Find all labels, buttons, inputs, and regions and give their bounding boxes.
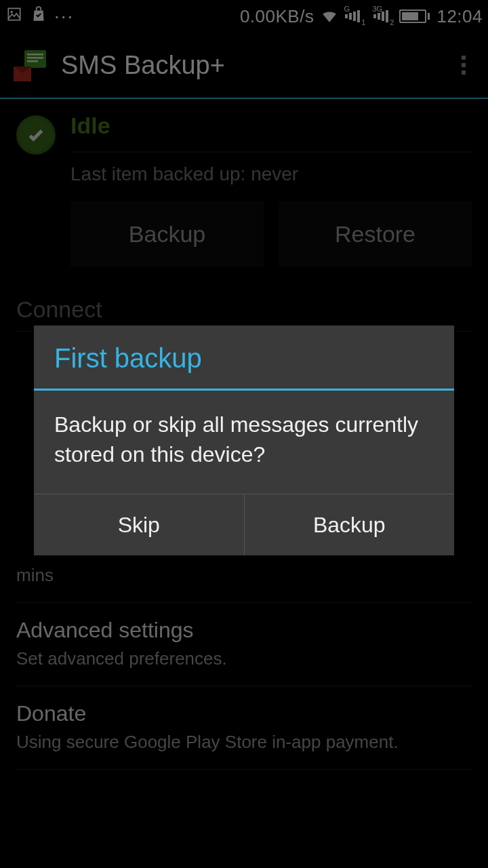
- dialog-skip-button[interactable]: Skip: [34, 494, 244, 555]
- dialog-title: First backup: [34, 326, 454, 389]
- first-backup-dialog: First backup Backup or skip all messages…: [34, 326, 454, 555]
- dialog-body: Backup or skip all messages currently st…: [34, 391, 454, 494]
- dialog-backup-button[interactable]: Backup: [244, 494, 455, 555]
